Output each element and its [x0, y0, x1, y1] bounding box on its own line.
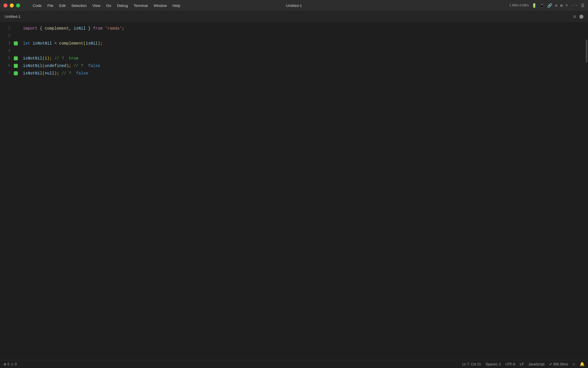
- comma: ,: [69, 25, 74, 32]
- minimize-button[interactable]: [10, 3, 14, 7]
- paren-open-7: (: [42, 70, 45, 77]
- breakpoint-line-3[interactable]: [14, 41, 18, 45]
- code-line-3: let isNotNil = complement ( isNil ) ;: [23, 40, 588, 47]
- semicolon-1: ;: [122, 25, 124, 32]
- menu-go[interactable]: Go: [104, 3, 113, 8]
- titlebar-left: Code File Edit Selection View Go Debug T…: [3, 3, 183, 8]
- code-line-7: isNotNil ( null ) ; // ? false: [23, 70, 588, 77]
- status-right: Ln 7, Col 21 Spaces: 2 UTF-8 LF JavaScri…: [462, 362, 585, 367]
- file-encoding[interactable]: UTF-8: [506, 362, 515, 366]
- code-line-1: import { complement , isNil } from 'ramd…: [23, 25, 588, 32]
- brace-close: }: [86, 25, 93, 32]
- titlebar: Code File Edit Selection View Go Debug T…: [0, 0, 588, 11]
- cursor-position[interactable]: Ln 7, Col 21: [462, 362, 481, 366]
- indentation[interactable]: Spaces: 2: [486, 362, 501, 366]
- isnotnil-call-5: isNotNil: [23, 55, 42, 62]
- menu-file[interactable]: File: [45, 3, 56, 8]
- menu-bar: Code File Edit Selection View Go Debug T…: [25, 3, 183, 8]
- errors-indicator[interactable]: ⊗ 0 ⚠ 0: [3, 362, 17, 366]
- line-num-7: 7: [0, 70, 10, 77]
- menu-code[interactable]: Code: [30, 3, 44, 8]
- close-button[interactable]: [3, 3, 7, 7]
- apple-menu[interactable]: [25, 5, 29, 6]
- from-keyword: from: [93, 25, 103, 32]
- space: [102, 25, 105, 32]
- link-icon: 🔗: [547, 3, 552, 8]
- line-num-6: 6: [0, 62, 10, 70]
- window-title: Untitled-1: [286, 3, 302, 8]
- maximize-button[interactable]: [16, 3, 20, 7]
- warning-icon: ⚠: [11, 362, 14, 366]
- language-mode[interactable]: JavaScript: [529, 362, 545, 366]
- line-ending[interactable]: LF: [520, 362, 524, 366]
- menu-selection[interactable]: Selection: [69, 3, 89, 8]
- dots-icon: ···: [571, 3, 578, 8]
- paren-open-5: (: [42, 55, 45, 62]
- code-line-2: [23, 32, 588, 40]
- semicolon-6: ;: [69, 62, 74, 70]
- breakpoint-line-6[interactable]: [14, 64, 18, 68]
- keyword-let: let: [23, 40, 30, 47]
- isnotnil-call-7: isNotNil: [23, 70, 42, 77]
- menu-window[interactable]: Window: [151, 3, 169, 8]
- isnil-identifier: isNil: [74, 25, 86, 32]
- grid-icon: ⊞: [560, 3, 562, 8]
- comment-5: //: [54, 55, 61, 62]
- number-1: 1: [45, 55, 47, 62]
- smiley-icon[interactable]: ☺: [573, 362, 575, 367]
- semicolon-3: ;: [100, 40, 102, 47]
- split-editor-icon[interactable]: ⊟: [573, 14, 576, 20]
- battery-icon: 🔋: [532, 3, 537, 8]
- line-num-1: 1: [0, 25, 10, 32]
- breakpoints-gutter: [14, 22, 21, 360]
- paren-open-3: (: [83, 40, 86, 47]
- code-space: [37, 25, 40, 32]
- breakpoint-line-5[interactable]: [14, 56, 18, 60]
- code-editor[interactable]: import { complement , isNil } from 'ramd…: [21, 22, 588, 360]
- error-icon: ⊗: [3, 362, 6, 366]
- comment-7: //: [61, 70, 69, 77]
- quest-6: ?: [81, 62, 83, 70]
- network-status: 1 KB/s 0 KB/s: [509, 3, 529, 7]
- header-actions: ⊟: [573, 14, 583, 20]
- code-line-6: isNotNil ( undefined ) ; // ? false: [23, 62, 588, 70]
- bell-icon[interactable]: 🔔: [580, 362, 585, 367]
- module-string: 'ramda': [105, 25, 122, 32]
- quest-7: ?: [69, 70, 71, 77]
- paren-open-6: (: [42, 62, 45, 70]
- semicolon-7: ;: [57, 70, 62, 77]
- null-kw: null: [45, 70, 55, 77]
- status-left: ⊗ 0 ⚠ 0: [3, 362, 17, 366]
- keyword-import: import: [23, 25, 37, 32]
- menu-debug[interactable]: Debug: [115, 3, 130, 8]
- dot-icon[interactable]: [579, 15, 583, 19]
- menu-terminal[interactable]: Terminal: [131, 3, 150, 8]
- result-false-6: false: [88, 62, 100, 70]
- code-line-5: isNotNil ( 1 ) ; // ? true: [23, 55, 588, 62]
- paren-close-5: ): [47, 55, 49, 62]
- editor-area: 1 2 3 4 5 6 7 import: [0, 22, 588, 360]
- undefined-kw: undefined: [45, 62, 67, 70]
- line-num-3: 3: [0, 40, 10, 47]
- menu-view[interactable]: View: [90, 3, 103, 8]
- scrollbar-track[interactable]: [585, 22, 588, 360]
- menu-edit[interactable]: Edit: [57, 3, 68, 8]
- menu-help[interactable]: Help: [170, 3, 183, 8]
- breakpoint-line-7[interactable]: [14, 71, 18, 75]
- scrollbar-thumb[interactable]: [586, 40, 587, 63]
- isnil-arg: isNil: [86, 40, 98, 47]
- titlebar-right: 1 KB/s 0 KB/s 🔋 📱 🔗 ⊘ ⊞ ⌖ ··· ☰: [509, 3, 585, 8]
- cursor-icon: ⌖: [566, 3, 568, 8]
- paren-close-7: ): [54, 70, 57, 77]
- result-false-7: false: [76, 70, 88, 77]
- tab-title[interactable]: Untitled-1: [5, 14, 21, 19]
- semicolon-5: ;: [49, 55, 54, 62]
- status-bar: ⊗ 0 ⚠ 0 Ln 7, Col 21 Spaces: 2 UTF-8 LF …: [0, 360, 588, 368]
- cancel-icon: ⊘: [555, 3, 557, 8]
- brace-open: {: [40, 25, 45, 32]
- list-icon: ☰: [581, 3, 585, 8]
- line-num-2: 2: [0, 32, 10, 40]
- quest-5: ?: [61, 55, 64, 62]
- error-count: 0: [7, 362, 9, 366]
- phone-icon: 📱: [539, 3, 544, 8]
